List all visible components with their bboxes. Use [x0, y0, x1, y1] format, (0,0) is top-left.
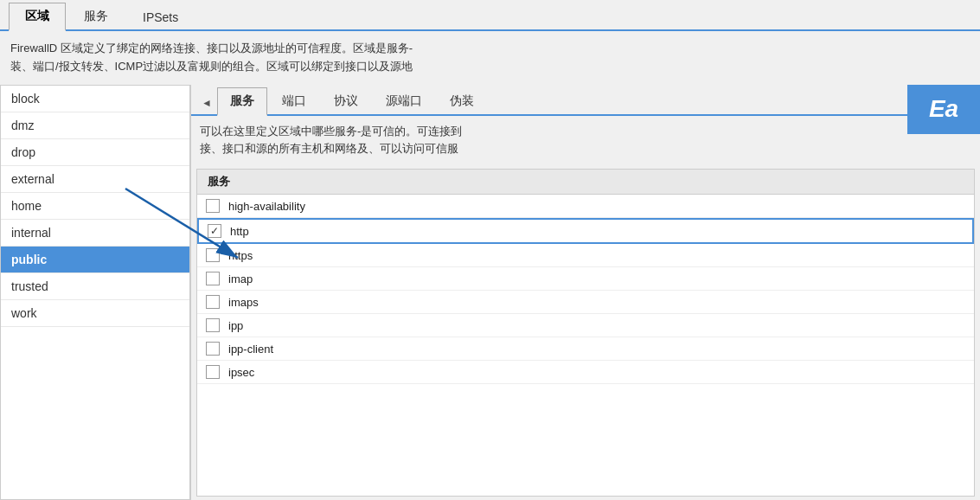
service-name-high-availability: high-availability — [228, 200, 305, 213]
right-tab-services[interactable]: 服务 — [217, 87, 267, 116]
service-checkbox-http[interactable]: ✓ — [208, 224, 221, 238]
service-name-ipp: ipp — [228, 319, 243, 332]
service-checkbox-https[interactable] — [206, 248, 220, 262]
service-row-imap[interactable]: imap — [197, 267, 974, 291]
zone-item-public[interactable]: public — [1, 247, 189, 273]
right-tab-ports[interactable]: 端口 — [269, 87, 319, 114]
right-description: 可以在这里定义区域中哪些服务-是可信的。可连接到 接、接口和源的所有主机和网络及… — [191, 116, 980, 166]
right-desc-line2: 接、接口和源的所有主机和网络及、可以访问可信服 — [200, 140, 971, 158]
right-tab-prev-arrow[interactable]: ◄ — [196, 92, 217, 114]
tab-ipsets[interactable]: IPSets — [126, 4, 195, 29]
service-row-imaps[interactable]: imaps — [197, 291, 974, 314]
corner-label: Ea — [907, 85, 980, 134]
services-table: 服务 high-availability ✓ http https — [196, 169, 975, 497]
service-row-ipsec[interactable]: ipsec — [197, 361, 974, 384]
zone-item-dmz[interactable]: dmz — [1, 112, 189, 139]
service-row-ipp[interactable]: ipp — [197, 314, 974, 337]
zone-item-drop[interactable]: drop — [1, 139, 189, 166]
service-checkbox-imap[interactable] — [206, 272, 220, 285]
service-name-imap: imap — [228, 272, 253, 285]
right-tab-masquerade[interactable]: 伪装 — [437, 87, 487, 114]
service-row-high-availability[interactable]: high-availability — [197, 195, 974, 218]
service-row-ipp-client[interactable]: ipp-client — [197, 337, 974, 361]
service-name-ipp-client: ipp-client — [228, 343, 273, 356]
description-block: FirewallD 区域定义了绑定的网络连接、接口以及源地址的可信程度。区域是服… — [0, 31, 980, 85]
right-tab-protocols[interactable]: 协议 — [321, 87, 371, 114]
zone-item-external[interactable]: external — [1, 166, 189, 193]
service-name-http: http — [230, 225, 249, 238]
service-row-http[interactable]: ✓ http — [197, 218, 974, 244]
service-checkbox-high-availability[interactable] — [206, 199, 220, 213]
service-checkbox-ipp-client[interactable] — [206, 342, 220, 356]
tab-zones[interactable]: 区域 — [9, 3, 66, 31]
right-panel: ◄ 服务 端口 协议 源端口 伪装 可以在这里定义区域中哪些服务-是可信的。可连… — [190, 85, 980, 500]
service-checkbox-ipp[interactable] — [206, 318, 220, 332]
service-name-ipsec: ipsec — [228, 366, 254, 379]
tab-services[interactable]: 服务 — [67, 3, 125, 29]
right-desc-line1: 可以在这里定义区域中哪些服务-是可信的。可连接到 — [200, 123, 971, 141]
description-line2: 装、端口/报文转发、ICMP过滤以及富规则的组合。区域可以绑定到接口以及源地 — [10, 58, 970, 76]
description-line1: FirewallD 区域定义了绑定的网络连接、接口以及源地址的可信程度。区域是服… — [10, 40, 970, 58]
zone-item-trusted[interactable]: trusted — [1, 273, 189, 300]
service-checkbox-imaps[interactable] — [206, 295, 220, 309]
zone-item-block[interactable]: block — [1, 86, 189, 112]
service-row-https[interactable]: https — [197, 244, 974, 267]
zone-list: block dmz drop external home internal pu… — [0, 85, 190, 500]
service-name-imaps: imaps — [228, 296, 259, 309]
body-pane: block dmz drop external home internal pu… — [0, 85, 980, 500]
zone-item-work[interactable]: work — [1, 300, 189, 327]
right-tab-source-ports[interactable]: 源端口 — [373, 87, 435, 114]
services-table-header: 服务 — [197, 170, 974, 195]
right-tabs: ◄ 服务 端口 协议 源端口 伪装 — [191, 85, 980, 116]
zone-item-internal[interactable]: internal — [1, 220, 189, 247]
zone-item-home[interactable]: home — [1, 193, 189, 220]
top-tabs: 区域 服务 IPSets — [0, 0, 980, 31]
service-name-https: https — [228, 249, 253, 262]
main-container: 区域 服务 IPSets FirewallD 区域定义了绑定的网络连接、接口以及… — [0, 0, 980, 500]
service-checkbox-ipsec[interactable] — [206, 365, 220, 379]
